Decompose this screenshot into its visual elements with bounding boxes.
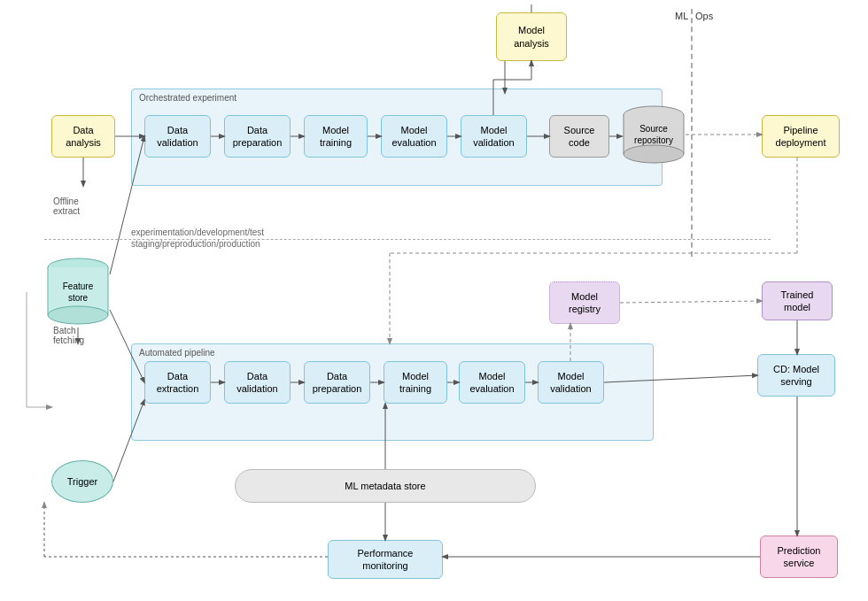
data-extraction-box: Dataextraction — [144, 361, 211, 404]
cd-model-serving-box: CD: Modelserving — [757, 354, 835, 397]
model-registry-box: Modelregistry — [549, 281, 620, 324]
prediction-service-box: Predictionservice — [760, 536, 838, 578]
model-analysis-box: Modelanalysis — [496, 12, 567, 61]
data-preparation-2-box: Datapreparation — [304, 361, 370, 404]
model-training-1-box: Modeltraining — [304, 115, 368, 158]
source-repository-box: Sourcerepository — [622, 104, 686, 165]
model-validation-2-box: Modelvalidation — [538, 361, 604, 404]
feature-store-box: Featurestore — [46, 257, 110, 327]
diagram-container: ML Ops Orchestrated experiment Automated… — [0, 0, 868, 601]
orchestrated-label: Orchestrated experiment — [139, 93, 236, 103]
model-evaluation-2-box: Modelevaluation — [459, 361, 525, 404]
pipeline-deployment-box: Pipelinedeployment — [762, 115, 840, 158]
ml-metadata-store-box: ML metadata store — [235, 469, 536, 503]
batch-fetching-label: Batchfetching — [53, 326, 84, 345]
model-evaluation-1-box: Modelevaluation — [381, 115, 447, 158]
ops-label: Ops — [695, 11, 713, 21]
data-analysis-box: Dataanalysis — [51, 115, 115, 158]
ml-label: ML — [675, 11, 688, 21]
data-validation-1-box: Datavalidation — [144, 115, 211, 158]
env-label-top: experimentation/development/test — [131, 227, 264, 237]
svg-point-4 — [624, 145, 684, 163]
source-code-box: Sourcecode — [549, 115, 609, 158]
model-validation-1-box: Modelvalidation — [461, 115, 527, 158]
trigger-box: Trigger — [51, 460, 113, 503]
trained-model-box: Trainedmodel — [762, 281, 833, 320]
env-label-bottom: staging/preproduction/production — [131, 239, 260, 249]
data-validation-2-box: Datavalidation — [224, 361, 291, 404]
automated-label: Automated pipeline — [139, 348, 215, 358]
svg-point-9 — [48, 306, 108, 324]
data-preparation-1-box: Datapreparation — [224, 115, 291, 158]
model-training-2-box: Modeltraining — [384, 361, 447, 404]
mlops-divider — [691, 9, 693, 257]
offline-extract-label: Offlineextract — [53, 196, 80, 216]
svg-line-36 — [620, 301, 762, 303]
performance-monitoring-box: Performancemonitoring — [328, 540, 443, 579]
